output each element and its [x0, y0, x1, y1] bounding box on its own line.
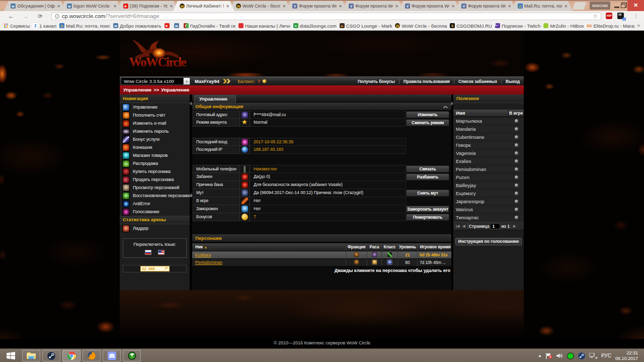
language-indicator[interactable]: РУС — [601, 353, 611, 358]
browser-tab[interactable]: WoW Circle - беспл ✕ — [229, 1, 291, 11]
bookmark-item[interactable]: Подписки - Twitch — [494, 23, 541, 29]
account-username[interactable]: MaxFray94 — [195, 78, 219, 84]
back-button-icon[interactable]: ← — [7, 12, 15, 20]
nav-item-label[interactable]: Бонус услуги — [133, 137, 159, 142]
browser-tab[interactable]: Форум проекта Wo ✕ — [455, 1, 516, 11]
bookmark-item[interactable] — [164, 23, 172, 28]
window-close-button[interactable] — [627, 0, 644, 11]
col-nick[interactable]: Ник ▲ — [192, 243, 346, 251]
tray-expand-icon[interactable]: ▲ — [538, 353, 542, 358]
taskbar-evolve-button[interactable] — [122, 349, 142, 362]
tab-close-icon[interactable]: ✕ — [57, 4, 60, 9]
nav-item-label[interactable]: Продать персонажа — [133, 177, 174, 182]
bookmark-item[interactable]: MrZulin - Hitbox — [542, 23, 585, 29]
bookmark-item[interactable]: Сервисы — [3, 23, 31, 29]
action-center-flag-icon[interactable] — [546, 353, 552, 359]
taskbar-explorer-button[interactable] — [21, 349, 41, 362]
nav-item-label[interactable]: Магазин товаров — [133, 153, 168, 158]
browser-tab[interactable]: Форум проекта Wo ✕ — [398, 1, 460, 11]
useful-row[interactable]: Mandaria — [453, 125, 524, 133]
col-level[interactable]: Уровень — [398, 243, 418, 251]
nav-item-label[interactable]: Купить персонажа — [133, 169, 171, 174]
nav-item-label[interactable]: Ладдер — [133, 226, 148, 231]
tab-close-icon[interactable]: ✕ — [113, 4, 117, 9]
info-row-button[interactable]: Заморозить аккаунт — [406, 206, 449, 213]
bookmark-item[interactable]: dota2lounge.com — [292, 23, 338, 29]
nav-item[interactable]: Бонус услуги — [120, 135, 190, 143]
info-row-button[interactable]: Разбанить — [406, 173, 449, 180]
tab-close-icon[interactable]: ✕ — [395, 4, 398, 9]
browser-tab[interactable]: (38) Подписки - You ✕ — [117, 1, 178, 11]
browser-tab[interactable]: Mail.Ru: почта, пои ✕ — [511, 1, 573, 11]
character-row[interactable]: Kuskara 21 0d 2h 48m 31s — [192, 251, 451, 259]
page-input[interactable]: 1 — [490, 223, 500, 229]
nav-item-label[interactable]: Распродажа — [133, 161, 158, 166]
nav-item-label[interactable]: Просмотр персонажей — [133, 185, 179, 190]
bookmark-item[interactable]: CSGOBOMJ.RU — [449, 23, 493, 29]
col-name[interactable]: Имя — [453, 110, 509, 117]
nav-item[interactable]: Просмотр персонажей — [120, 184, 190, 192]
tab-close-icon[interactable]: ✕ — [339, 4, 342, 9]
nav-item[interactable]: Восстановление персонажей — [120, 192, 190, 200]
bookmark-item[interactable]: 1 канал — [32, 23, 57, 29]
nav-item[interactable]: Конюшни — [120, 143, 190, 151]
account-link[interactable]: Получить бонусы — [354, 79, 399, 84]
nav-item-label[interactable]: Восстановление персонажей — [133, 193, 193, 198]
tab-close-icon[interactable]: ✕ — [451, 4, 455, 9]
account-link[interactable]: Правила пользования — [399, 79, 454, 84]
useful-row[interactable]: Exalies — [453, 157, 524, 165]
breadcrumb-section[interactable]: Управление — [123, 87, 151, 93]
taskbar-chrome-button[interactable] — [61, 349, 82, 362]
info-row-button[interactable]: Снять мут — [406, 190, 449, 197]
nav-item[interactable]: Изменить e-mail — [120, 119, 190, 127]
useful-row[interactable]: Puzen — [453, 173, 524, 182]
wowcircle-logo[interactable]: WoWCircle WoWCircle — [123, 38, 193, 74]
nav-item[interactable]: AntiError — [120, 200, 190, 208]
chrome-menu-icon[interactable]: ⋮ — [632, 12, 640, 20]
nav-item[interactable]: Изменить пароль — [120, 127, 190, 135]
taskbar-discord-button[interactable] — [102, 349, 122, 362]
nav-item-label[interactable]: Пополнить счёт — [133, 113, 166, 118]
russian-flag-icon[interactable] — [145, 250, 151, 255]
useful-row[interactable]: Ещёмогу — [453, 190, 524, 198]
tray-clock[interactable]: 22:31 06.10.2017 — [615, 350, 638, 361]
taskbar-steam-button[interactable] — [41, 349, 61, 362]
nav-item-label[interactable]: Изменить e-mail — [133, 121, 166, 126]
useful-row[interactable]: Cubertinsane — [453, 133, 524, 141]
useful-row[interactable]: Bailleyjay — [453, 182, 524, 190]
tab-close-icon[interactable]: ✕ — [170, 4, 173, 9]
useful-row[interactable]: Мартылюха — [453, 117, 524, 125]
nav-item[interactable]: Магазин товаров — [120, 151, 190, 159]
col-fraction[interactable]: Фракция — [346, 243, 367, 251]
account-link[interactable]: Список забаненых — [454, 79, 501, 84]
tab-close-icon[interactable]: ✕ — [508, 4, 511, 9]
start-button[interactable] — [0, 349, 21, 362]
new-tab-button[interactable] — [572, 2, 586, 10]
bookmark-item[interactable]: EliteDrop.ru - Магаз — [586, 23, 637, 29]
reload-button-icon[interactable]: ⟳ — [36, 12, 44, 20]
server-select[interactable]: Wow Circle 3.3.5a x100 ∨ — [121, 77, 190, 85]
useful-row[interactable]: Vageneia — [453, 149, 524, 157]
info-row-button[interactable]: Пожертвовать — [406, 214, 449, 221]
address-bar[interactable]: i cp.wowcircle.com/?serverId=6#manage ☆ — [51, 13, 601, 20]
bookmark-item[interactable]: WoW Circle - беспла — [394, 23, 448, 29]
nav-item-label[interactable]: Голосование — [133, 209, 159, 214]
main-tab[interactable]: Управление — [194, 95, 236, 103]
character-row[interactable]: Penisdominan 80 7d 10h 45m ... — [192, 259, 451, 266]
bookmark-item[interactable]: CSGO Lounge - Mark — [339, 23, 393, 29]
useful-row[interactable]: Типоартас — [453, 214, 524, 222]
nav-item[interactable]: Продать персонажа — [120, 175, 190, 184]
steam-tray-icon[interactable] — [578, 352, 585, 359]
col-class[interactable]: Класс — [382, 243, 398, 251]
collapse-section-icon[interactable] — [443, 105, 447, 108]
nav-item-label[interactable]: Управление — [133, 105, 157, 110]
green-app-icon[interactable] — [567, 352, 574, 359]
mail-extension-icon[interactable] — [617, 13, 624, 19]
col-time[interactable]: Игровое время — [418, 243, 451, 251]
select-dropdown-icon[interactable]: ∨ — [183, 78, 190, 84]
browser-tab[interactable]: Форум проекта Wo ✕ — [342, 1, 404, 11]
character-nick-link[interactable]: Penisdominan — [195, 260, 222, 265]
useful-row[interactable]: Waricus — [453, 206, 524, 214]
info-row-button[interactable]: Сменить режим — [406, 119, 449, 126]
nav-item[interactable]: Купить персонажа — [120, 167, 190, 175]
